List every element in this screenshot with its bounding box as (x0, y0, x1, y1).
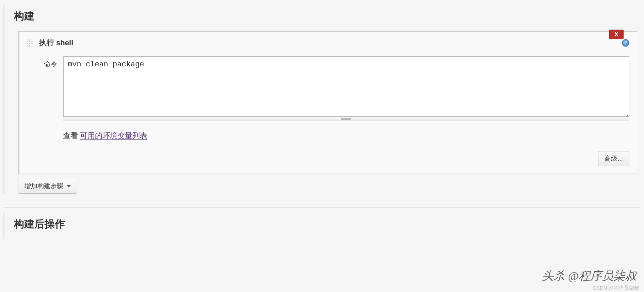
hint-row: 查看 可用的环境变量列表 (63, 131, 629, 141)
resize-grip-icon (341, 118, 351, 120)
build-section-heading: 构建 (4, 4, 641, 31)
env-vars-link[interactable]: 可用的环境变量列表 (80, 131, 147, 141)
post-build-section: 构建后操作 (3, 212, 641, 239)
command-input[interactable] (63, 56, 629, 117)
step-title-group: 执行 shell (27, 38, 73, 48)
post-build-section-heading: 构建后操作 (4, 212, 641, 239)
chevron-down-icon (67, 185, 71, 188)
resize-handle[interactable] (63, 118, 629, 120)
step-header: 执行 shell ? (27, 38, 629, 48)
advanced-row: 高级... (27, 151, 629, 166)
hint-prefix: 查看 (63, 131, 78, 141)
drag-handle-icon[interactable] (27, 39, 34, 47)
step-title: 执行 shell (39, 38, 73, 48)
bottom-divider (3, 207, 641, 208)
add-step-row: 增加构建步骤 (18, 179, 641, 194)
help-icon[interactable]: ? (622, 39, 629, 47)
top-divider (3, 0, 641, 0)
add-build-step-button[interactable]: 增加构建步骤 (18, 179, 77, 194)
delete-step-button[interactable]: X (609, 30, 624, 39)
build-step-execute-shell: 执行 shell ? 命令 查看 可用的环境变量列表 (18, 31, 637, 174)
command-field-content (63, 56, 629, 120)
build-section: 构建 X 执行 shell ? 命令 (3, 4, 641, 194)
add-build-step-label: 增加构建步骤 (25, 182, 63, 191)
command-field-row: 命令 (27, 56, 629, 120)
command-label: 命令 (27, 56, 58, 69)
build-step-wrapper: X 执行 shell ? 命令 (18, 31, 637, 174)
advanced-button[interactable]: 高级... (598, 151, 629, 166)
